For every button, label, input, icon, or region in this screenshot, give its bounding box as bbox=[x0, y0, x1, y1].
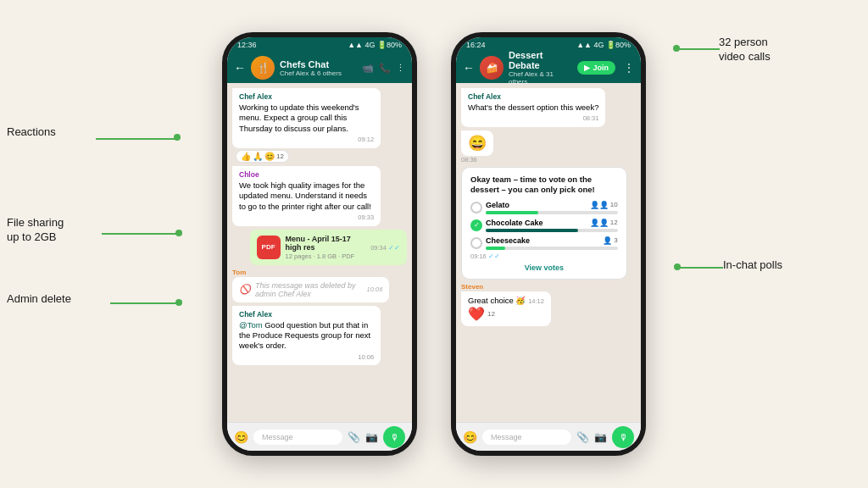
time-1-right: 08:31 bbox=[468, 114, 598, 123]
camera-icon-left[interactable]: 📷 bbox=[365, 431, 378, 443]
message-1-left: Chef Alex Working to update this weekend… bbox=[232, 88, 381, 148]
header-title-left: Chefs Chat bbox=[280, 59, 357, 69]
file-info: Menu - April 15-17 high res 12 pages · 1… bbox=[286, 235, 366, 260]
file-name: Menu - April 15-17 high res bbox=[286, 235, 366, 252]
gelato-count: 10 bbox=[610, 201, 618, 208]
call-icon-left[interactable]: 📞 bbox=[379, 63, 391, 74]
in-chat-polls-label: In-chat polls bbox=[723, 258, 782, 273]
video-icon-left[interactable]: 📹 bbox=[362, 63, 374, 74]
poll-circle-gelato bbox=[470, 202, 482, 214]
emoji-icon-right[interactable]: 😊 bbox=[463, 430, 477, 444]
cheesecake-bar bbox=[486, 247, 505, 250]
back-arrow-left[interactable]: ← bbox=[234, 61, 246, 75]
nav-recents-right[interactable]: ⬛ bbox=[603, 455, 615, 457]
message-text-2: We took high quality images for the upda… bbox=[239, 180, 374, 212]
video-calls-label: 32 person video calls bbox=[719, 36, 771, 64]
chat-header-right: ← 🍰 Dessert Debate Chef Alex & 31 others… bbox=[456, 53, 641, 83]
sender-chloe: Chloe bbox=[239, 170, 374, 180]
gelato-meta: 👤👤 10 bbox=[590, 201, 618, 209]
mic-button-right[interactable]: 🎙 bbox=[612, 426, 634, 448]
nav-bar-left: ◀ ⏺ ⬛ bbox=[227, 451, 412, 456]
nav-back-left[interactable]: ◀ bbox=[253, 455, 260, 457]
chat-header-left: ← 🍴 Chefs Chat Chef Alex & 6 others 📹 📞 … bbox=[227, 53, 412, 83]
message-text-1: Working to update this weekend's menu. E… bbox=[239, 103, 374, 134]
file-time: 09:34 ✓✓ bbox=[370, 244, 400, 252]
mic-button-left[interactable]: 🎙 bbox=[383, 426, 405, 448]
header-title-right: Dessert Debate bbox=[509, 50, 572, 70]
poll-bubble: Okay team – time to vote on the dessert … bbox=[461, 167, 627, 280]
cheesecake-avatars: 👤 bbox=[603, 236, 612, 245]
camera-icon-right[interactable]: 📷 bbox=[594, 431, 607, 443]
poll-option-cheesecake[interactable]: Cheesecake 👤 3 bbox=[470, 236, 618, 250]
message-input-right[interactable]: Message bbox=[482, 430, 571, 445]
phone-right: 16:24 ▲▲ 4G 🔋80% ← 🍰 Dessert Debate Chef… bbox=[451, 32, 646, 456]
chat-body-right: Chef Alex What's the dessert option this… bbox=[456, 83, 641, 422]
nav-recents-left[interactable]: ⬛ bbox=[374, 455, 387, 457]
nav-home-left[interactable]: ⏺ bbox=[312, 455, 322, 457]
avatar-right: 🍰 bbox=[480, 56, 504, 80]
back-arrow-right[interactable]: ← bbox=[463, 61, 475, 75]
message-text-1-right: What's the dessert option this week? bbox=[468, 103, 598, 113]
pray-icon: 🙏 bbox=[253, 152, 263, 161]
video-icon-join: ▶ bbox=[584, 64, 590, 72]
join-button[interactable]: ▶ Join bbox=[577, 61, 615, 75]
attachment-icon-right[interactable]: 📎 bbox=[576, 431, 589, 443]
menu-icon-left[interactable]: ⋮ bbox=[396, 63, 405, 74]
deleted-time: 10:06 bbox=[367, 286, 383, 293]
cheesecake-count: 3 bbox=[614, 236, 617, 244]
deleted-text: This message was deleted by admin Chef A… bbox=[255, 281, 359, 298]
admin-delete-label: Admin delete bbox=[7, 292, 71, 307]
poll-cheesecake-info: Cheesecake 👤 3 bbox=[486, 236, 618, 250]
poll-footer: 09:16 ✓✓ bbox=[470, 252, 618, 260]
header-info-left: Chefs Chat Chef Alex & 6 others bbox=[280, 59, 357, 77]
gelato-avatars: 👤👤 bbox=[590, 201, 609, 209]
menu-icon-right[interactable]: ⋮ bbox=[624, 62, 634, 74]
chocolate-label: Chocolate Cake bbox=[486, 219, 543, 227]
gelato-label: Gelato bbox=[486, 201, 509, 209]
header-sub-left: Chef Alex & 6 others bbox=[280, 69, 357, 77]
cheesecake-label: Cheesecake bbox=[486, 236, 530, 245]
input-bar-right: 😊 Message 📎 📷 🎙 bbox=[456, 422, 641, 451]
deleted-sender: Tom bbox=[232, 269, 389, 276]
view-votes-btn[interactable]: View votes bbox=[470, 263, 618, 272]
chocolate-bar bbox=[486, 229, 578, 232]
message-3-left: Chef Alex @Tom Good question but put tha… bbox=[232, 306, 381, 366]
poll-option-gelato[interactable]: Gelato 👤👤 10 bbox=[470, 201, 618, 214]
steven-message-wrapper: Steven Great choice 🥳 14:12 ❤️ 12 bbox=[461, 283, 551, 326]
smile-icon: 😊 bbox=[264, 152, 275, 161]
nav-back-right[interactable]: ◀ bbox=[481, 455, 489, 457]
avatar-left: 🍴 bbox=[251, 56, 275, 80]
poll-gelato-info: Gelato 👤👤 10 bbox=[486, 201, 618, 214]
message-1-right: Chef Alex What's the dessert option this… bbox=[461, 88, 605, 127]
message-2-left: Chloe We took high quality images for th… bbox=[232, 166, 381, 226]
message-text-3: @Tom Good question but put that in the P… bbox=[239, 320, 374, 352]
deleted-icon: 🚫 bbox=[239, 284, 251, 295]
reaction-thumbs[interactable]: 👍 🙏 😊 12 bbox=[236, 150, 289, 163]
chocolate-meta: 👤👤 12 bbox=[590, 219, 618, 227]
poll-option-chocolate[interactable]: ✓ Chocolate Cake 👤👤 12 bbox=[470, 219, 618, 232]
steven-text: Great choice 🥳 14:12 bbox=[468, 296, 544, 305]
input-bar-left: 😊 Message 📎 📷 🎙 bbox=[227, 422, 412, 451]
reactions-label: Reactions bbox=[7, 125, 56, 140]
status-bar-left: 12:36 ▲▲ 4G 🔋80% bbox=[227, 37, 412, 53]
file-sharing-label: File sharing up to 2GB bbox=[7, 216, 64, 245]
chocolate-bar-wrap bbox=[486, 229, 618, 232]
message-input-left[interactable]: Message bbox=[253, 430, 342, 445]
gelato-bar bbox=[486, 211, 538, 214]
file-message: PDF Menu - April 15-17 high res 12 pages… bbox=[250, 230, 407, 265]
status-time-right: 16:24 bbox=[466, 41, 486, 49]
status-icons-right: ▲▲ 4G 🔋80% bbox=[576, 41, 631, 49]
thumbs-up-icon: 👍 bbox=[241, 152, 251, 161]
chocolate-avatars: 👤👤 bbox=[590, 219, 609, 227]
join-label: Join bbox=[593, 64, 609, 72]
emoji-icon-left[interactable]: 😊 bbox=[234, 430, 248, 444]
sender-chef-alex: Chef Alex bbox=[239, 92, 374, 102]
attachment-icon-left[interactable]: 📎 bbox=[348, 431, 360, 443]
nav-home-right[interactable]: ⏺ bbox=[541, 455, 551, 457]
heart-reaction: ❤️ 12 bbox=[468, 306, 544, 322]
cheesecake-bar-wrap bbox=[486, 247, 618, 250]
emoji-message: 😄 08:36 bbox=[461, 130, 493, 164]
header-info-right: Dessert Debate Chef Alex & 31 others bbox=[509, 50, 572, 86]
time-1: 09:12 bbox=[239, 136, 374, 144]
deleted-message-wrapper: Tom 🚫 This message was deleted by admin … bbox=[232, 269, 389, 302]
